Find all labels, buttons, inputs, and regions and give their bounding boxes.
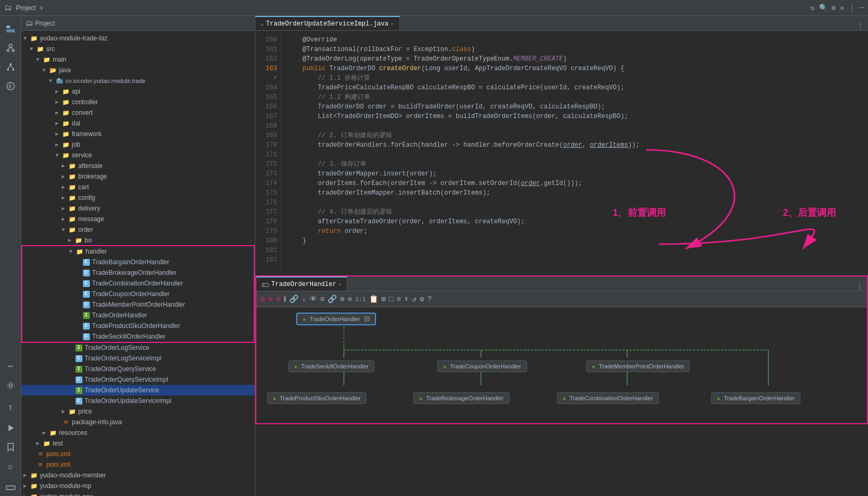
tree-item-message[interactable]: ▶ 📁 message (21, 214, 255, 224)
tree-item-aftersale[interactable]: ▶ 📁 aftersale (21, 161, 255, 171)
tree-item-seckill[interactable]: C TradeSeckillOrderHandler (22, 331, 254, 342)
tree-item-api[interactable]: ▶ 📁 api (21, 86, 255, 97)
sidebar-item-terminal[interactable]: T (2, 400, 19, 417)
code-line-175: orderItems.forEach(orderItem -> orderIte… (287, 179, 862, 188)
toolbar-icon-12[interactable]: 📋 (369, 295, 378, 304)
tree-item-job[interactable]: ▶ 📁 job (21, 139, 255, 150)
sidebar-item-settings[interactable] (2, 377, 19, 394)
toolbar-icon-5[interactable]: 🔗 (289, 295, 298, 304)
svg-point-14 (9, 384, 12, 387)
tree-item-update-impl[interactable]: C TradeOrderUpdateServiceImpl (21, 396, 255, 406)
diag-node-seckill[interactable]: ● TradeSeckillOrderHandler (288, 360, 374, 372)
tree-item-log-impl[interactable]: C TradeOrderLogServiceImpl (21, 353, 255, 364)
toolbar-icon-9[interactable]: 🔗 (328, 295, 337, 304)
tree-item-dal[interactable]: ▶ 📁 dal (21, 118, 255, 129)
tree-item-pom-module[interactable]: m pom.xml (21, 449, 255, 459)
tree-item-resources[interactable]: ▶ 📁 resources (21, 427, 255, 438)
tree-item-member-point[interactable]: C TradeMemberPointOrderHandler (22, 299, 254, 310)
tree-item-pom-root[interactable]: m pom.xml (21, 459, 255, 470)
tree-item-cart[interactable]: ▶ 📁 cart (21, 182, 255, 192)
tree-item-delivery[interactable]: ▶ 📁 delivery (21, 203, 255, 214)
tree-item-bargain[interactable]: C TradeBargainOrderHandler (22, 257, 254, 267)
diag-node-member[interactable]: ● TradeMemberPointOrderHandler (586, 360, 690, 372)
sidebar-item-bottom[interactable] (2, 477, 19, 494)
toolbar-icon-16[interactable]: ⬆ (404, 295, 408, 304)
toolbar-icon-13[interactable]: ⊞ (381, 295, 386, 304)
tree-item-brokerage[interactable]: ▶ 📁 brokerage (21, 171, 255, 182)
sidebar-item-todo[interactable]: ☑ (2, 458, 19, 475)
top-bar-title: Project (16, 4, 36, 12)
toolbar-icon-7[interactable]: 👁 (310, 295, 317, 304)
tree-item-service[interactable]: ▼ 📁 service (21, 150, 255, 161)
tree-item-convert[interactable]: ▶ 📁 convert (21, 107, 255, 118)
tree-item-order-handler[interactable]: I TradeOrderHandler (22, 310, 254, 321)
sidebar-item-more[interactable]: ⋯ (2, 358, 19, 375)
sidebar-item-refactor[interactable]: R (2, 78, 19, 95)
sidebar-item-bookmark[interactable] (2, 439, 19, 456)
toolbar-icon-3[interactable]: ⊙ (276, 295, 280, 304)
diagram-more-icon[interactable]: ⋮ (852, 283, 867, 291)
tree-item-query-svc[interactable]: I TradeOrderQueryService (21, 364, 255, 374)
tree-item-bo[interactable]: ▶ 📁 bo (21, 235, 255, 246)
toolbar-icon-18[interactable]: ⚙ (420, 295, 424, 304)
tree-item-sku[interactable]: C TradeProductSkuOrderHandler (22, 321, 254, 331)
tab-impl-close[interactable]: ✕ (390, 21, 394, 27)
toolbar-scale: 1:1 (355, 296, 366, 302)
sidebar-item-vcs[interactable] (2, 39, 19, 56)
toolbar-icon-2[interactable]: ⊙ (268, 295, 272, 304)
tree-item-controller[interactable]: ▶ 📁 controller (21, 97, 255, 107)
toolbar-icon-19[interactable]: ? (427, 295, 431, 304)
tree-item-combination[interactable]: C TradeCombinationOrderHandler (22, 278, 254, 289)
tree-item-handler[interactable]: ▼ 📁 handler (22, 246, 254, 257)
tree-item-pay-mod[interactable]: ▶ 📁 yudao-module-pay (21, 491, 255, 496)
tree-item-framework[interactable]: ▶ 📁 framework (21, 129, 255, 139)
tab-diagram-label: TradeOrderHandler (271, 281, 336, 288)
toolbar-icon-6[interactable]: ↓ (302, 295, 306, 304)
close-icon[interactable]: ✕ (840, 4, 844, 12)
main-layout: R ⋯ T ☑ 🗂 Project ▼ 📁 yu (0, 16, 868, 496)
search-icon[interactable]: 🔍 (819, 4, 828, 12)
tree-item-config[interactable]: ▶ 📁 config (21, 192, 255, 203)
tree-item-brokerage-h[interactable]: C TradeBrokerageOrderHandler (22, 267, 254, 278)
toolbar-icon-11[interactable]: ⊖ (348, 295, 352, 304)
tree-item-test[interactable]: ▶ 📁 test (21, 438, 255, 449)
tree-item-coupon[interactable]: C TradeCouponOrderHandler (22, 289, 254, 299)
tab-impl[interactable]: ☕ TradeOrderUpdateServiceImpl.java ✕ (255, 16, 400, 30)
tree-item-package[interactable]: ▼ cn.iocoder.yudao.module.trade (21, 75, 255, 86)
tree-item-query-impl[interactable]: C TradeOrderQueryServiceImpl (21, 374, 255, 385)
diag-node-top[interactable]: ● TradeOrderHandler (296, 313, 376, 325)
tree-item-price[interactable]: ▶ 📁 price (21, 406, 255, 417)
more-icon[interactable]: ⋮ (848, 4, 855, 12)
tree-item-src[interactable]: ▼ 📁 src (21, 44, 255, 54)
tab-diagram[interactable]: TradeOrderHandler ✕ (256, 276, 347, 291)
diag-node-sku[interactable]: ● TradeProductSkuOrderHandler (267, 392, 366, 404)
tree-item-trade-biz[interactable]: ▼ 📁 yudao-module-trade-biz (21, 33, 255, 44)
minimize-icon[interactable]: — (859, 4, 864, 12)
tree-item-member-mod[interactable]: ▶ 📁 yudao-module-member (21, 470, 255, 481)
tree-item-java[interactable]: ▼ 📂 java (21, 65, 255, 75)
diag-node-combination-d[interactable]: ● TradeCombinationOrderHandler (557, 392, 659, 404)
tree-item-log-svc[interactable]: I TradeOrderLogService (21, 342, 255, 353)
toolbar-icon-8[interactable]: ≡ (320, 295, 324, 304)
tree-item-update-svc[interactable]: I TradeOrderUpdateService (21, 385, 255, 396)
tree-item-pkg-info[interactable]: m package-info.java (21, 417, 255, 427)
toolbar-icon-15[interactable]: ≡ (397, 295, 401, 304)
toolbar-icon-14[interactable]: □ (389, 295, 393, 304)
diag-node-coupon[interactable]: ● TradeCouponOrderHandler (437, 360, 527, 372)
toolbar-icon-1[interactable]: ⊙ (261, 295, 265, 304)
sidebar-item-project[interactable] (2, 20, 19, 37)
toolbar-icon-10[interactable]: ⊕ (340, 295, 344, 304)
tab-diagram-close[interactable]: ✕ (338, 281, 341, 288)
toolbar-icon-17[interactable]: ↺ (412, 295, 416, 304)
tree-item-order[interactable]: ▼ 📁 order (21, 224, 255, 235)
editor-more[interactable]: ⋮ (853, 22, 868, 30)
settings-icon[interactable]: ⚙ (832, 4, 836, 12)
diag-node-brokerage-d[interactable]: ● TradeBrokerageOrderHandler (413, 392, 510, 404)
sidebar-item-structure[interactable] (2, 58, 19, 75)
diag-node-bargain-d[interactable]: ● TradeBargainOrderHandler (711, 392, 800, 404)
tree-item-main[interactable]: ▼ 📁 main (21, 54, 255, 65)
tree-item-mp-mod[interactable]: ▶ 📁 yudao-module-mp (21, 481, 255, 491)
sidebar-item-debug[interactable] (2, 419, 19, 436)
toolbar-icon-4[interactable]: ℹ (283, 295, 286, 304)
refresh-icon[interactable]: ↻ (811, 4, 815, 12)
